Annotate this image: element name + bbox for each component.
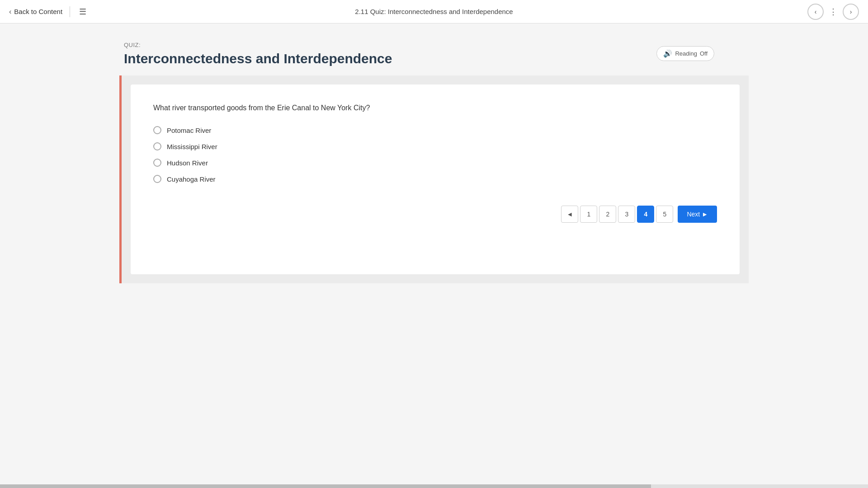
option-2-label: Mississippi River	[167, 143, 217, 150]
answer-options: Potomac River Mississippi River Hudson R…	[153, 126, 717, 183]
option-4[interactable]: Cuyahoga River	[153, 175, 717, 183]
option-1-label: Potomac River	[167, 127, 211, 134]
back-to-content-label: Back to Content	[14, 8, 62, 15]
back-arrow-icon: ‹	[9, 8, 11, 16]
option-2[interactable]: Mississippi River	[153, 142, 717, 150]
pagination-page-5[interactable]: 5	[656, 206, 673, 223]
more-options-icon[interactable]: ⋮	[829, 7, 837, 17]
topbar-right: ‹ ⋮ ›	[807, 4, 859, 20]
main-content: QUIZ: Interconnectedness and Interdepend…	[0, 23, 868, 283]
option-3-label: Hudson River	[167, 159, 208, 167]
pagination-page-3[interactable]: 3	[618, 206, 635, 223]
radio-opt4[interactable]	[153, 175, 161, 183]
nav-prev-button[interactable]: ‹	[807, 4, 824, 20]
reading-icon: 🔊	[663, 49, 672, 58]
topbar-title: 2.11 Quiz: Interconnectedness and Interd…	[355, 8, 513, 15]
pagination-page-2[interactable]: 2	[599, 206, 616, 223]
reading-label: Reading	[675, 50, 697, 57]
radio-opt2[interactable]	[153, 142, 161, 150]
back-to-content-link[interactable]: ‹ Back to Content	[9, 8, 62, 16]
pagination-page-1[interactable]: 1	[580, 206, 597, 223]
quiz-label: QUIZ:	[124, 42, 868, 48]
nav-next-button[interactable]: ›	[843, 4, 859, 20]
pagination-prev-button[interactable]: ◄	[561, 206, 578, 223]
quiz-card: What river transported goods from the Er…	[131, 84, 740, 274]
option-1[interactable]: Potomac River	[153, 126, 717, 134]
question-text: What river transported goods from the Er…	[153, 103, 717, 113]
topbar-left: ‹ Back to Content ☰	[9, 5, 88, 19]
bottom-scrollbar-fill	[0, 484, 651, 488]
quiz-header: QUIZ: Interconnectedness and Interdepend…	[0, 42, 868, 75]
reading-toggle-button[interactable]: 🔊 Reading Off	[656, 46, 714, 61]
option-4-label: Cuyahoga River	[167, 175, 216, 183]
option-3[interactable]: Hudson River	[153, 159, 717, 167]
pagination: ◄ 1 2 3 4 5 Next ►	[153, 206, 717, 223]
topbar-divider	[70, 6, 70, 17]
radio-opt3[interactable]	[153, 159, 161, 167]
pagination-page-4[interactable]: 4	[637, 206, 654, 223]
bottom-scrollbar	[0, 484, 868, 488]
reading-state: Off	[700, 50, 708, 57]
pagination-next-button[interactable]: Next ►	[678, 206, 717, 223]
hamburger-icon[interactable]: ☰	[77, 5, 88, 19]
radio-opt1[interactable]	[153, 126, 161, 134]
quiz-title: Interconnectedness and Interdependence	[124, 51, 868, 66]
quiz-area: What river transported goods from the Er…	[119, 75, 749, 283]
topbar: ‹ Back to Content ☰ 2.11 Quiz: Interconn…	[0, 0, 868, 23]
